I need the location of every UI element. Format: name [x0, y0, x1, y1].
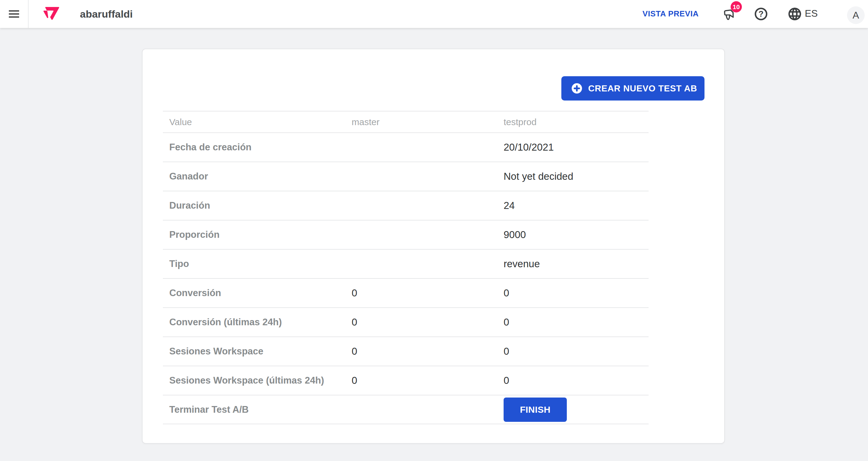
svg-text:?: ?: [758, 10, 764, 19]
